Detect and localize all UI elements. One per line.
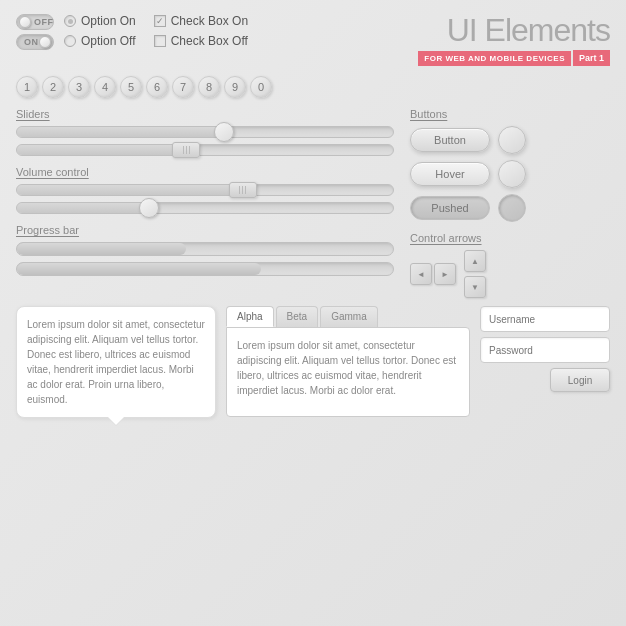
arrow-down[interactable]: ▼: [464, 276, 486, 298]
slider-track-1[interactable]: [16, 126, 394, 138]
buttons-label: Buttons: [410, 108, 610, 120]
left-header: OFF ON: [16, 14, 248, 50]
num-btn-3[interactable]: 3: [68, 76, 90, 98]
tab-alpha[interactable]: Alpha: [226, 306, 274, 327]
toggle-on-knob: [39, 36, 51, 48]
tab-gamma[interactable]: Gamma: [320, 306, 378, 327]
button-row-1: Button: [410, 126, 610, 154]
num-btn-7[interactable]: 7: [172, 76, 194, 98]
checkbox-on-label: Check Box On: [171, 14, 248, 28]
button-pushed[interactable]: Pushed: [410, 196, 490, 220]
options-checkboxes: Option On Option Off Check Box On: [56, 14, 248, 48]
left-col: Sliders Volume control: [16, 108, 394, 298]
radio-on[interactable]: [64, 15, 76, 27]
num-btn-5[interactable]: 5: [120, 76, 142, 98]
num-btn-0[interactable]: 0: [250, 76, 272, 98]
progress-label: Progress bar: [16, 224, 394, 236]
checkbox-off-label: Check Box Off: [171, 34, 248, 48]
num-btn-9[interactable]: 9: [224, 76, 246, 98]
tabs-header: Alpha Beta Gamma: [226, 306, 470, 327]
volume-handle-1[interactable]: [229, 182, 257, 198]
slider-fill-1: [17, 127, 224, 137]
num-btn-2[interactable]: 2: [42, 76, 64, 98]
sliders-label: Sliders: [16, 108, 394, 120]
title-sub: FOR WEB AND MOBILE DEVICES Part 1: [268, 50, 610, 66]
progress-fill-2: [17, 263, 261, 275]
progress-track-1: [16, 242, 394, 256]
toggle-on-label: ON: [24, 37, 39, 47]
toggle-off[interactable]: OFF: [16, 14, 54, 30]
volume-fill-2: [17, 203, 149, 213]
progress-fill-1: [17, 243, 186, 255]
toggle-on[interactable]: ON: [16, 34, 54, 50]
grip-1: [183, 146, 184, 154]
slider-handle-1[interactable]: [214, 122, 234, 142]
checkboxes-col: Check Box On Check Box Off: [154, 14, 248, 48]
option-off-item[interactable]: Option Off: [64, 34, 136, 48]
num-btn-4[interactable]: 4: [94, 76, 116, 98]
tab-content: Lorem ipsum dolor sit amet, consectetur …: [226, 327, 470, 417]
main-container: OFF ON: [0, 0, 626, 626]
grip-2: [186, 146, 187, 154]
tabs-panel: Alpha Beta Gamma Lorem ipsum dolor sit a…: [226, 306, 470, 418]
arrow-up[interactable]: ▲: [464, 250, 486, 272]
round-btn-3[interactable]: [498, 194, 526, 222]
speech-bubble-text: Lorem ipsum dolor sit amet, consectetur …: [27, 319, 205, 405]
vertical-arrows: ▲ ▼: [464, 250, 486, 298]
volume-track-2[interactable]: [16, 202, 394, 214]
username-input[interactable]: [480, 306, 610, 332]
button-normal[interactable]: Button: [410, 128, 490, 152]
speech-bubble: Lorem ipsum dolor sit amet, consectetur …: [16, 306, 216, 418]
arrow-right[interactable]: ►: [434, 263, 456, 285]
toggle-off-label: OFF: [34, 17, 54, 27]
toggles-row: OFF ON: [16, 14, 54, 50]
two-col: Sliders Volume control: [16, 108, 610, 298]
num-btn-6[interactable]: 6: [146, 76, 168, 98]
toggle-off-knob: [19, 16, 31, 28]
checkbox-on-item[interactable]: Check Box On: [154, 14, 248, 28]
vol-grip-2: [242, 186, 243, 194]
button-row-3: Pushed: [410, 194, 610, 222]
control-arrows-label: Control arrows: [410, 232, 610, 244]
option-on-item[interactable]: Option On: [64, 14, 136, 28]
title-area: UI Elements FOR WEB AND MOBILE DEVICES P…: [248, 14, 610, 66]
option-on-label: Option On: [81, 14, 136, 28]
number-row: 1 2 3 4 5 6 7 8 9 0: [16, 76, 610, 98]
toggle-off-item: OFF: [16, 14, 54, 30]
arrows-row: ◄ ► ▲ ▼: [410, 250, 610, 298]
volume-track-1[interactable]: [16, 184, 394, 196]
vol-grip-3: [245, 186, 246, 194]
num-btn-8[interactable]: 8: [198, 76, 220, 98]
progress-section: Progress bar: [16, 224, 394, 276]
options-col: Option On Option Off: [64, 14, 136, 48]
password-input[interactable]: [480, 337, 610, 363]
radio-off[interactable]: [64, 35, 76, 47]
slider-handle-2[interactable]: [172, 142, 200, 158]
checkbox-on[interactable]: [154, 15, 166, 27]
volume-label: Volume control: [16, 166, 394, 178]
horizontal-arrows: ◄ ►: [410, 263, 456, 285]
volume-handle-2[interactable]: [139, 198, 159, 218]
num-btn-1[interactable]: 1: [16, 76, 38, 98]
arrow-left[interactable]: ◄: [410, 263, 432, 285]
button-hover[interactable]: Hover: [410, 162, 490, 186]
header-left-grid: OFF ON: [16, 14, 248, 50]
slider-fill-2: [17, 145, 186, 155]
round-btn-2[interactable]: [498, 160, 526, 188]
option-off-label: Option Off: [81, 34, 135, 48]
checkbox-off-item[interactable]: Check Box Off: [154, 34, 248, 48]
title-subtitle: FOR WEB AND MOBILE DEVICES: [418, 51, 571, 66]
button-row-2: Hover: [410, 160, 610, 188]
login-button[interactable]: Login: [550, 368, 610, 392]
round-btn-1[interactable]: [498, 126, 526, 154]
buttons-section: Buttons Button Hover Pushed: [410, 108, 610, 222]
control-arrows-section: Control arrows ◄ ► ▲ ▼: [410, 232, 610, 298]
right-col: Buttons Button Hover Pushed: [410, 108, 610, 298]
tab-beta[interactable]: Beta: [276, 306, 319, 327]
login-form: Login: [480, 306, 610, 418]
volume-fill-1: [17, 185, 243, 195]
header-section: OFF ON: [16, 14, 610, 66]
sliders-section: Sliders: [16, 108, 394, 156]
slider-track-2[interactable]: [16, 144, 394, 156]
checkbox-off[interactable]: [154, 35, 166, 47]
